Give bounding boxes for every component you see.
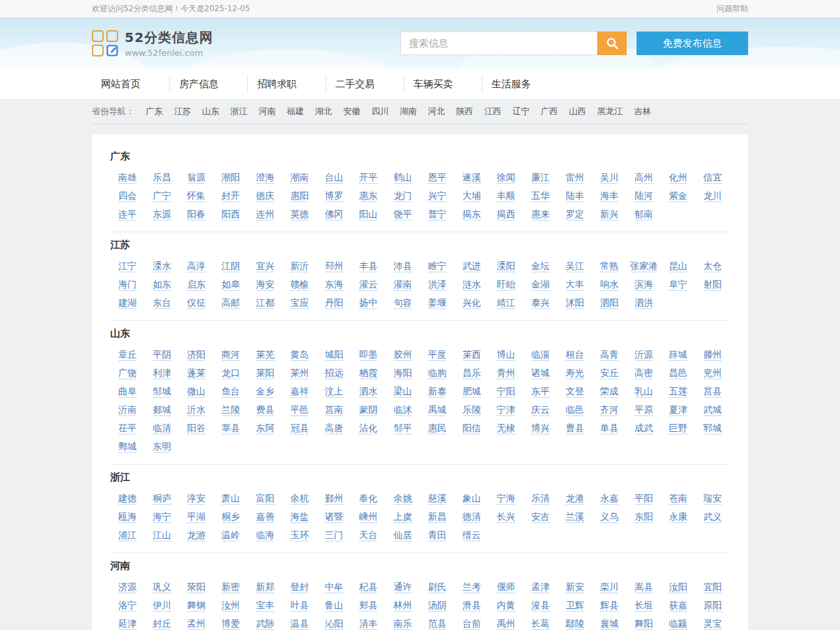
city-link[interactable]: 临颍: [669, 618, 687, 630]
city-link[interactable]: 武进: [463, 261, 481, 272]
city-link[interactable]: 蓬莱: [187, 368, 205, 379]
city-link[interactable]: 清丰: [359, 618, 377, 630]
city-link[interactable]: 临邑: [566, 404, 584, 416]
city-link[interactable]: 梁山: [394, 386, 412, 398]
city-link[interactable]: 平阳: [635, 493, 653, 505]
city-link[interactable]: 开平: [359, 172, 377, 184]
city-link[interactable]: 东明: [153, 441, 171, 453]
city-link[interactable]: 句容: [394, 297, 412, 309]
city-link[interactable]: 紫金: [669, 190, 687, 202]
city-link[interactable]: 鱼台: [222, 386, 240, 398]
city-link[interactable]: 金坛: [532, 261, 550, 272]
city-link[interactable]: 瓯海: [118, 511, 136, 523]
city-link[interactable]: 英德: [290, 209, 308, 220]
city-link[interactable]: 庆云: [532, 404, 550, 416]
city-link[interactable]: 丰顺: [497, 190, 515, 202]
city-link[interactable]: 沂源: [635, 349, 653, 361]
city-link[interactable]: 慈溪: [428, 493, 446, 505]
city-link[interactable]: 汝州: [222, 600, 240, 612]
city-link[interactable]: 龙门: [394, 190, 412, 202]
city-link[interactable]: 即墨: [359, 349, 377, 361]
province-link-13[interactable]: 辽宁: [513, 106, 530, 117]
province-link-4[interactable]: 河南: [259, 106, 276, 117]
city-link[interactable]: 无棣: [497, 423, 515, 434]
city-link[interactable]: 青州: [497, 368, 515, 379]
city-link[interactable]: 南雄: [118, 172, 136, 184]
city-link[interactable]: 原阳: [704, 600, 722, 612]
city-link[interactable]: 黄岛: [290, 349, 308, 361]
city-link[interactable]: 三门: [325, 530, 343, 541]
city-link[interactable]: 宝应: [290, 297, 308, 309]
city-link[interactable]: 巨野: [669, 423, 687, 434]
province-link-1[interactable]: 江苏: [174, 106, 191, 117]
city-link[interactable]: 溧阳: [497, 261, 515, 272]
city-link[interactable]: 林州: [394, 600, 412, 612]
city-link[interactable]: 临沭: [394, 404, 412, 416]
city-link[interactable]: 天台: [359, 530, 377, 541]
province-link-10[interactable]: 河北: [428, 106, 445, 117]
city-link[interactable]: 曹县: [566, 423, 584, 434]
nav-item-5[interactable]: 生活服务: [482, 75, 560, 93]
city-link[interactable]: 海丰: [600, 190, 618, 202]
city-link[interactable]: 永康: [669, 511, 687, 523]
help-link[interactable]: 问题帮助: [717, 3, 748, 14]
city-link[interactable]: 平湖: [187, 511, 205, 523]
city-link[interactable]: 潮阳: [222, 172, 240, 184]
city-link[interactable]: 安丘: [600, 368, 618, 379]
city-link[interactable]: 揭东: [463, 209, 481, 220]
city-link[interactable]: 灌云: [359, 279, 377, 291]
city-link[interactable]: 吴川: [600, 172, 618, 184]
city-link[interactable]: 苍南: [669, 493, 687, 505]
city-link[interactable]: 获嘉: [669, 600, 687, 612]
city-link[interactable]: 高淳: [187, 261, 205, 272]
city-link[interactable]: 宜兴: [256, 261, 274, 272]
city-link[interactable]: 沭阳: [566, 297, 584, 309]
city-link[interactable]: 伊川: [153, 600, 171, 612]
city-link[interactable]: 嵊州: [359, 511, 377, 523]
city-link[interactable]: 临海: [256, 530, 274, 541]
city-link[interactable]: 郏县: [359, 600, 377, 612]
city-link[interactable]: 郯城: [153, 404, 171, 416]
city-link[interactable]: 大埔: [463, 190, 481, 202]
city-link[interactable]: 莱芜: [256, 349, 274, 361]
city-link[interactable]: 嘉祥: [290, 386, 308, 398]
city-link[interactable]: 孟津: [532, 581, 550, 593]
city-link[interactable]: 澄海: [256, 172, 274, 184]
city-link[interactable]: 恩平: [428, 172, 446, 184]
city-link[interactable]: 登封: [290, 581, 308, 593]
city-link[interactable]: 乐昌: [153, 172, 171, 184]
city-link[interactable]: 新郑: [256, 581, 274, 593]
city-link[interactable]: 五莲: [669, 386, 687, 398]
city-link[interactable]: 范县: [428, 618, 446, 630]
city-link[interactable]: 广饶: [118, 368, 136, 379]
city-link[interactable]: 东平: [532, 386, 550, 398]
city-link[interactable]: 仙居: [394, 530, 412, 541]
city-link[interactable]: 荣成: [600, 386, 618, 398]
city-link[interactable]: 怀集: [187, 190, 205, 202]
city-link[interactable]: 揭西: [497, 209, 515, 220]
city-link[interactable]: 诸城: [532, 368, 550, 379]
city-link[interactable]: 兴宁: [428, 190, 446, 202]
city-link[interactable]: 莒南: [325, 404, 343, 416]
city-link[interactable]: 太仓: [704, 261, 722, 272]
city-link[interactable]: 常熟: [600, 261, 618, 272]
city-link[interactable]: 嘉善: [256, 511, 274, 523]
city-link[interactable]: 吴江: [566, 261, 584, 272]
city-link[interactable]: 襄城: [600, 618, 618, 630]
city-link[interactable]: 涟水: [463, 279, 481, 291]
city-link[interactable]: 微山: [187, 386, 205, 398]
city-link[interactable]: 新密: [222, 581, 240, 593]
city-link[interactable]: 翁源: [187, 172, 205, 184]
city-link[interactable]: 延津: [118, 618, 136, 630]
city-link[interactable]: 台前: [463, 618, 481, 630]
city-link[interactable]: 丰县: [359, 261, 377, 272]
city-link[interactable]: 封开: [222, 190, 240, 202]
city-link[interactable]: 富阳: [256, 493, 274, 505]
city-link[interactable]: 建湖: [118, 297, 136, 309]
city-link[interactable]: 德清: [463, 511, 481, 523]
city-link[interactable]: 东源: [153, 209, 171, 220]
city-link[interactable]: 莱阳: [256, 368, 274, 379]
province-link-16[interactable]: 黑龙江: [597, 106, 623, 117]
city-link[interactable]: 薛城: [669, 349, 687, 361]
city-link[interactable]: 尉氏: [428, 581, 446, 593]
